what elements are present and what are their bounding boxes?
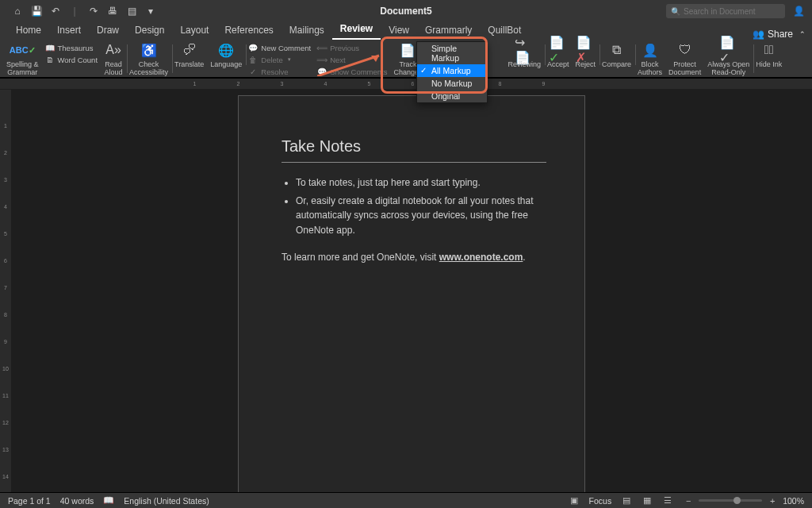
- accept-button[interactable]: 📄✓Accept: [544, 41, 573, 68]
- translate-button[interactable]: 🗪Translate: [171, 41, 207, 68]
- horizontal-ruler[interactable]: 123456789: [0, 78, 812, 89]
- undo-icon[interactable]: ↶: [49, 5, 62, 17]
- share-icon: 👥: [753, 29, 764, 40]
- shield-icon: 🛡: [676, 41, 695, 59]
- spelling-grammar-button[interactable]: ABC✓Spelling & Grammar: [3, 41, 42, 76]
- protect-document-button[interactable]: 🛡Protect Document: [665, 41, 704, 76]
- language-icon: 🌐: [216, 41, 236, 59]
- zoom-control[interactable]: − + 100%: [683, 495, 804, 506]
- focus-mode-label[interactable]: Focus: [589, 496, 612, 506]
- ribbon-review: ABC✓Spelling & Grammar 📖Thesaurus 🗎Word …: [0, 40, 812, 78]
- track-changes-icon: 📄: [398, 41, 417, 59]
- focus-mode-icon[interactable]: ▣: [569, 495, 580, 506]
- print-icon[interactable]: 🖶: [106, 5, 119, 17]
- hide-ink-button[interactable]: ✎⃠Hide Ink: [753, 41, 785, 68]
- read-aloud-button[interactable]: A»Read Aloud: [101, 41, 126, 76]
- book-icon: 📖: [45, 43, 55, 52]
- print-layout-view-icon[interactable]: ▤: [621, 495, 632, 506]
- save-icon[interactable]: 💾: [30, 5, 43, 17]
- zoom-value[interactable]: 100%: [783, 496, 804, 506]
- tab-home[interactable]: Home: [8, 22, 49, 40]
- translate-icon: 🗪: [180, 41, 199, 59]
- reject-icon: 📄✗: [576, 41, 595, 59]
- title-bar: ⌂ 💾 ↶ | ↷ 🖶 ▤ ▾ Document5 🔍 👤: [0, 0, 812, 22]
- reviewing-icon: ↪📄: [515, 41, 534, 59]
- status-language[interactable]: English (United States): [124, 496, 209, 506]
- tab-design[interactable]: Design: [127, 22, 172, 40]
- tab-layout[interactable]: Layout: [172, 22, 216, 40]
- search-box[interactable]: 🔍: [666, 4, 785, 18]
- accessibility-icon: ♿: [140, 41, 159, 59]
- zoom-slider[interactable]: [699, 499, 762, 502]
- delete-icon: 🗑: [248, 55, 258, 64]
- tab-insert[interactable]: Insert: [49, 22, 89, 40]
- proofing-mini: 📖Thesaurus 🗎Word Count: [42, 41, 102, 64]
- next-comment-button[interactable]: ⟹Next: [317, 55, 387, 64]
- home-icon[interactable]: ⌂: [11, 5, 24, 17]
- doc-bullet-list[interactable]: To take notes, just tap here and start t…: [282, 175, 546, 237]
- word-count-button[interactable]: 🗎Word Count: [45, 55, 98, 64]
- onenote-link[interactable]: www.onenote.com: [439, 252, 523, 263]
- quick-access-toolbar: ⌂ 💾 ↶ | ↷ 🖶 ▤ ▾: [0, 5, 157, 17]
- tab-references[interactable]: References: [216, 22, 281, 40]
- vertical-ruler[interactable]: 1234567891011121314: [0, 90, 11, 492]
- always-open-readonly-button[interactable]: 📄✓Always Open Read-Only: [704, 41, 753, 76]
- tab-review[interactable]: Review: [332, 21, 381, 40]
- previous-comment-button[interactable]: ⟸Previous: [317, 43, 387, 52]
- thesaurus-button[interactable]: 📖Thesaurus: [45, 43, 98, 52]
- status-wordcount[interactable]: 40 words: [60, 496, 94, 506]
- markup-display-dropdown[interactable]: Simple Markup All Markup No Markup Origi…: [416, 41, 488, 103]
- show-comments-button[interactable]: 💬Show Comments: [317, 67, 387, 76]
- hide-ink-icon: ✎⃠: [760, 41, 779, 59]
- status-bar: Page 1 of 1 40 words 📖 English (United S…: [0, 492, 812, 508]
- zoom-out-icon[interactable]: −: [683, 495, 694, 506]
- tab-mailings[interactable]: Mailings: [282, 22, 332, 40]
- markup-option-none[interactable]: No Markup: [417, 77, 487, 90]
- resolve-comment-button[interactable]: ✓Resolve: [248, 67, 311, 76]
- zoom-in-icon[interactable]: +: [767, 495, 778, 506]
- block-authors-button[interactable]: 👤Block Authors: [634, 41, 665, 76]
- reviewing-pane-button[interactable]: ↪📄Reviewing: [505, 41, 545, 68]
- check-accessibility-button[interactable]: ♿Check Accessibility: [126, 41, 171, 76]
- search-icon: 🔍: [671, 7, 680, 16]
- list-item[interactable]: Or, easily create a digital notebook for…: [296, 194, 546, 238]
- document-page[interactable]: Take Notes To take notes, just tap here …: [238, 95, 585, 492]
- tab-grammarly[interactable]: Grammarly: [417, 22, 480, 40]
- redo-icon[interactable]: ↷: [87, 5, 100, 17]
- doc-heading[interactable]: Take Notes: [282, 137, 546, 156]
- delete-comment-button[interactable]: 🗑Delete▾: [248, 55, 311, 64]
- tab-view[interactable]: View: [381, 22, 417, 40]
- prev-icon: ⟸: [317, 43, 327, 52]
- markup-option-all[interactable]: All Markup: [417, 64, 487, 77]
- read-aloud-icon: A»: [104, 41, 123, 59]
- markup-option-original[interactable]: Original: [417, 90, 487, 102]
- page-icon[interactable]: ▤: [125, 5, 138, 17]
- spellcheck-status-icon[interactable]: 📖: [103, 495, 114, 506]
- notifications-icon[interactable]: 👤: [791, 4, 806, 18]
- document-title: Document5: [380, 6, 431, 17]
- reject-button[interactable]: 📄✗Reject: [573, 41, 599, 68]
- tab-draw[interactable]: Draw: [89, 22, 127, 40]
- compare-button[interactable]: ⧉Compare: [599, 41, 634, 68]
- share-button[interactable]: 👥 Share ⌃: [753, 29, 806, 40]
- block-authors-icon: 👤: [641, 41, 660, 59]
- new-comment-button[interactable]: 💬New Comment: [248, 43, 311, 52]
- next-icon: ⟹: [317, 55, 327, 64]
- list-item[interactable]: To take notes, just tap here and start t…: [296, 175, 546, 190]
- search-input[interactable]: [684, 7, 780, 16]
- zoom-knob[interactable]: [733, 497, 741, 504]
- comments-col2: ⟸Previous ⟹Next 💬Show Comments: [314, 41, 390, 76]
- outline-view-icon[interactable]: ☰: [662, 495, 673, 506]
- show-comments-icon: 💬: [317, 67, 327, 76]
- resolve-icon: ✓: [248, 67, 258, 76]
- web-layout-view-icon[interactable]: ▦: [642, 495, 653, 506]
- heading-rule: [282, 162, 546, 163]
- language-button[interactable]: 🌐Language: [207, 41, 245, 68]
- customize-qat-icon[interactable]: ▾: [144, 5, 157, 17]
- doc-paragraph[interactable]: To learn more and get OneNote, visit www…: [282, 252, 546, 263]
- document-canvas[interactable]: Take Notes To take notes, just tap here …: [11, 89, 812, 492]
- status-page[interactable]: Page 1 of 1: [8, 496, 51, 506]
- chevron-up-icon[interactable]: ⌃: [799, 30, 806, 38]
- comments-col1: 💬New Comment 🗑Delete▾ ✓Resolve: [245, 41, 314, 76]
- markup-option-simple[interactable]: Simple Markup: [417, 42, 487, 64]
